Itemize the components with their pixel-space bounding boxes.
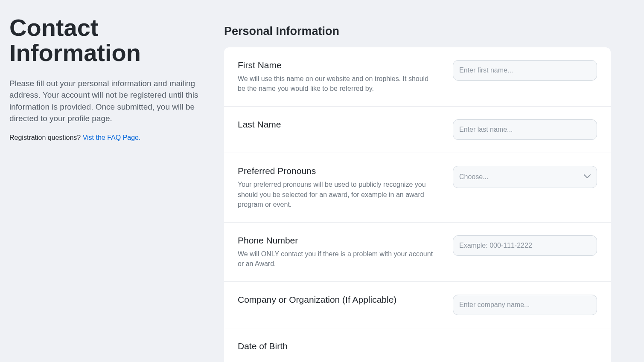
form-row-first-name: First Name We will use this name on our … (224, 47, 611, 107)
dob-label: Date of Birth (238, 341, 436, 351)
page-title: Contact Information (9, 15, 216, 66)
first-name-help: We will use this name on our website and… (238, 74, 436, 93)
faq-link[interactable]: Vist the FAQ Page. (83, 134, 141, 141)
section-heading-personal-info: Personal Information (224, 25, 611, 38)
form-row-company: Company or Organization (If Applicable) (224, 282, 611, 328)
pronouns-label: Preferred Pronouns (238, 166, 436, 176)
form-row-last-name: Last Name (224, 107, 611, 153)
form-row-dob: Date of Birth (224, 328, 611, 362)
phone-label: Phone Number (238, 235, 436, 246)
main-content: Personal Information First Name We will … (224, 0, 644, 362)
faq-line: Registration questions? Vist the FAQ Pag… (9, 134, 216, 142)
form-card: First Name We will use this name on our … (224, 47, 611, 362)
form-row-pronouns: Preferred Pronouns Your preferred pronou… (224, 153, 611, 223)
company-label: Company or Organization (If Applicable) (238, 295, 436, 305)
pronouns-help: Your preferred pronouns will be used to … (238, 180, 436, 209)
first-name-input[interactable] (453, 60, 597, 81)
page-description: Please fill out your personal informatio… (9, 78, 216, 125)
faq-prefix: Registration questions? (9, 134, 83, 141)
first-name-label: First Name (238, 60, 436, 70)
phone-input[interactable] (453, 235, 597, 256)
sidebar: Contact Information Please fill out your… (0, 0, 224, 150)
phone-help: We will ONLY contact you if there is a p… (238, 249, 436, 269)
form-row-phone: Phone Number We will ONLY contact you if… (224, 223, 611, 282)
last-name-input[interactable] (453, 119, 597, 140)
pronouns-select-value: Choose... (459, 173, 488, 181)
pronouns-select[interactable]: Choose... (453, 166, 597, 188)
company-input[interactable] (453, 295, 597, 315)
last-name-label: Last Name (238, 119, 436, 130)
